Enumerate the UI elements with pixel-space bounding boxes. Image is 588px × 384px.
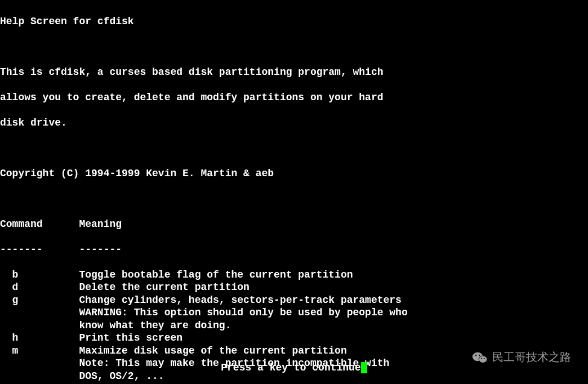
table-header-sep: ------- -------: [0, 243, 588, 256]
blank-line: [0, 142, 588, 155]
watermark-text: 民工哥技术之路: [492, 350, 571, 364]
table-header: Command Meaning: [0, 218, 588, 231]
command-row: g Change cylinders, heads, sectors-per-t…: [0, 294, 588, 307]
command-row: h Print this screen: [0, 332, 588, 345]
watermark: 民工哥技术之路: [472, 350, 571, 364]
page-title: Help Screen for cfdisk: [0, 15, 588, 28]
intro-line: disk drive.: [0, 117, 588, 130]
intro-line: This is cfdisk, a curses based disk part…: [0, 66, 588, 79]
command-row: d Delete the current partition: [0, 281, 588, 294]
svg-point-6: [484, 358, 485, 359]
blank-line: [0, 193, 588, 206]
help-screen: Help Screen for cfdisk This is cfdisk, a…: [0, 2, 588, 384]
svg-point-4: [479, 354, 480, 355]
command-continuation: know what they are doing.: [0, 319, 588, 332]
wechat-icon: [472, 351, 488, 364]
blank-line: [0, 41, 588, 53]
intro-line: allows you to create, delete and modify …: [0, 91, 588, 104]
copyright-line: Copyright (C) 1994-1999 Kevin E. Martin …: [0, 167, 588, 180]
svg-point-2: [479, 356, 487, 363]
svg-point-3: [475, 354, 476, 355]
svg-point-5: [481, 358, 482, 359]
command-row: b Toggle bootable flag of the current pa…: [0, 269, 588, 282]
cursor-icon: [361, 362, 367, 373]
command-continuation: WARNING: This option should only be used…: [0, 306, 588, 319]
